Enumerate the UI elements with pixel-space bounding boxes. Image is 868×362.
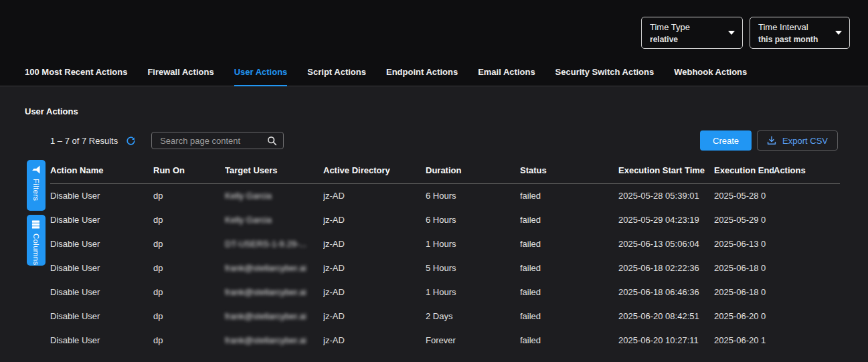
cell-active-directory: jz-AD bbox=[323, 304, 426, 329]
tab-email-actions[interactable]: Email Actions bbox=[478, 67, 535, 86]
cell-status: failed bbox=[520, 232, 618, 256]
cell-target-users-redacted: frank@stellarcyber.ai bbox=[225, 329, 323, 353]
tab-script-actions[interactable]: Script Actions bbox=[307, 67, 366, 86]
columns-button[interactable]: Columns bbox=[27, 215, 46, 266]
filters-button[interactable]: Filters bbox=[27, 160, 46, 211]
cell-actions bbox=[774, 184, 840, 208]
table-row: Disable User dp Kelly Garcia jz-AD 6 Hou… bbox=[50, 184, 840, 208]
time-type-dropdown[interactable]: Time Type relative bbox=[641, 17, 743, 49]
tab-webhook-actions[interactable]: Webhook Actions bbox=[674, 67, 747, 86]
cell-execution-start-time: 2025-05-28 05:39:01 bbox=[618, 184, 714, 208]
filter-funnel-icon bbox=[32, 165, 41, 174]
cell-execution-end-time: 2025-06-18 0 bbox=[714, 256, 774, 280]
main-content: User Actions 1 – 7 of 7 Results Create bbox=[0, 86, 868, 362]
cell-target-users-redacted: DT-USERS-1-9.29-... bbox=[225, 232, 323, 256]
cell-active-directory: jz-AD bbox=[323, 256, 426, 280]
cell-duration: Forever bbox=[426, 329, 520, 353]
cell-active-directory: jz-AD bbox=[323, 184, 426, 208]
cell-execution-end-time: 2025-06-20 1 bbox=[714, 329, 774, 353]
cell-execution-start-time: 2025-06-13 05:06:04 bbox=[618, 232, 714, 256]
time-interval-value: this past month bbox=[758, 35, 832, 44]
search-input[interactable] bbox=[159, 135, 267, 147]
tab-user-actions[interactable]: User Actions bbox=[234, 67, 288, 86]
cell-execution-start-time: 2025-06-20 10:27:11 bbox=[618, 329, 714, 353]
cell-action-name: Disable User bbox=[50, 280, 153, 304]
cell-execution-start-time: 2025-06-20 08:42:51 bbox=[618, 304, 714, 329]
export-csv-label: Export CSV bbox=[782, 136, 828, 146]
toolbar: 1 – 7 of 7 Results Create bbox=[0, 130, 868, 151]
cell-execution-end-time: 2025-06-18 0 bbox=[714, 280, 774, 304]
cell-execution-start-time: 2025-05-29 04:23:19 bbox=[618, 208, 714, 232]
table-row: Disable User dp frank@stellarcyber.ai jz… bbox=[50, 304, 840, 329]
cell-run-on: dp bbox=[153, 208, 225, 232]
cell-status: failed bbox=[520, 208, 618, 232]
tab-firewall-actions[interactable]: Firewall Actions bbox=[147, 67, 213, 86]
top-bar: Time Type relative Time Interval this pa… bbox=[0, 0, 868, 86]
download-icon bbox=[767, 136, 776, 145]
columns-button-label: Columns bbox=[32, 234, 40, 265]
refresh-icon bbox=[126, 136, 136, 146]
cell-status: failed bbox=[520, 184, 618, 208]
cell-execution-start-time: 2025-06-18 02:22:36 bbox=[618, 256, 714, 280]
time-controls: Time Type relative Time Interval this pa… bbox=[641, 17, 850, 49]
table-row: Disable User dp frank@stellarcyber.ai jz… bbox=[50, 256, 840, 280]
tab-endpoint-actions[interactable]: Endpoint Actions bbox=[386, 67, 458, 86]
cell-duration: 1 Hours bbox=[426, 232, 520, 256]
table-row: Disable User dp frank@stellarcyber.ai jz… bbox=[50, 329, 840, 353]
cell-action-name: Disable User bbox=[50, 184, 153, 208]
table-header-row: Action Name Run On Target Users Active D… bbox=[50, 161, 840, 184]
cell-action-name: Disable User bbox=[50, 232, 153, 256]
export-csv-button[interactable]: Export CSV bbox=[757, 130, 838, 151]
cell-actions bbox=[774, 280, 840, 304]
cell-run-on: dp bbox=[153, 232, 225, 256]
search-box bbox=[151, 132, 284, 149]
cell-duration: 6 Hours bbox=[426, 208, 520, 232]
col-header-action-name: Action Name bbox=[50, 161, 153, 184]
cell-duration: 5 Hours bbox=[426, 256, 520, 280]
cell-target-users-redacted: frank@stellarcyber.ai bbox=[225, 304, 323, 329]
cell-action-name: Disable User bbox=[50, 208, 153, 232]
chevron-down-icon bbox=[835, 31, 842, 35]
tab-100-most-recent-actions[interactable]: 100 Most Recent Actions bbox=[25, 67, 127, 86]
cell-target-users-redacted: Kelly Garcia bbox=[225, 184, 323, 208]
table-row: Disable User dp frank@stellarcyber.ai jz… bbox=[50, 280, 840, 304]
cell-execution-end-time: 2025-06-13 0 bbox=[714, 232, 774, 256]
cell-active-directory: jz-AD bbox=[323, 280, 426, 304]
cell-execution-end-time: 2025-05-29 0 bbox=[714, 208, 774, 232]
create-button[interactable]: Create bbox=[700, 130, 752, 151]
col-header-status: Status bbox=[520, 161, 618, 184]
cell-target-users-redacted: frank@stellarcyber.ai bbox=[225, 280, 323, 304]
time-interval-label: Time Interval bbox=[758, 22, 832, 32]
refresh-button[interactable] bbox=[124, 134, 137, 147]
col-header-duration: Duration bbox=[426, 161, 520, 184]
cell-run-on: dp bbox=[153, 304, 225, 329]
cell-actions bbox=[774, 208, 840, 232]
cell-action-name: Disable User bbox=[50, 304, 153, 329]
user-actions-table-area: Filters Columns Action Name Ru bbox=[0, 161, 868, 353]
cell-duration: 6 Hours bbox=[426, 184, 520, 208]
col-header-actions: Actions bbox=[774, 161, 840, 184]
cell-status: failed bbox=[520, 304, 618, 329]
col-header-active-directory: Active Directory bbox=[323, 161, 426, 184]
col-header-target-users: Target Users bbox=[225, 161, 323, 184]
cell-active-directory: jz-AD bbox=[323, 329, 426, 353]
cell-actions bbox=[774, 329, 840, 353]
results-count: 1 – 7 of 7 Results bbox=[50, 136, 118, 146]
tab-security-switch-actions[interactable]: Security Switch Actions bbox=[555, 67, 655, 86]
cell-actions bbox=[774, 232, 840, 256]
cell-run-on: dp bbox=[153, 329, 225, 353]
cell-status: failed bbox=[520, 280, 618, 304]
cell-target-users-redacted: Kelly Garcia bbox=[225, 208, 323, 232]
cell-action-name: Disable User bbox=[50, 329, 153, 353]
cell-actions bbox=[774, 304, 840, 329]
col-header-run-on: Run On bbox=[153, 161, 225, 184]
col-header-execution-end-time: Execution End Time bbox=[714, 161, 774, 184]
col-header-execution-start-time: Execution Start Time bbox=[618, 161, 714, 184]
cell-status: failed bbox=[520, 329, 618, 353]
cell-target-users-redacted: frank@stellarcyber.ai bbox=[225, 256, 323, 280]
cell-execution-start-time: 2025-06-18 06:46:36 bbox=[618, 280, 714, 304]
time-type-label: Time Type bbox=[650, 22, 725, 32]
cell-actions bbox=[774, 256, 840, 280]
cell-active-directory: jz-AD bbox=[323, 208, 426, 232]
time-interval-dropdown[interactable]: Time Interval this past month bbox=[750, 17, 850, 49]
